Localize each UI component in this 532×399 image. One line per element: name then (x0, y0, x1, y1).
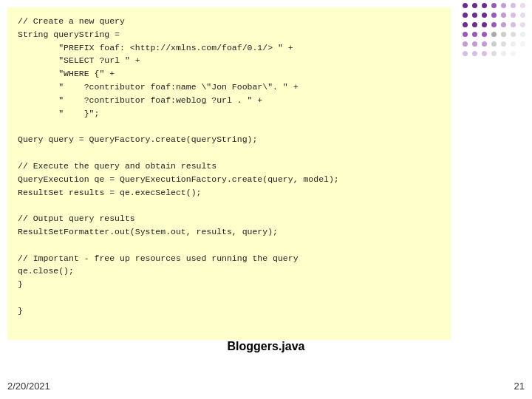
dot (511, 13, 516, 18)
footer-page-number: 21 (514, 381, 525, 392)
dot (482, 32, 487, 37)
dot (482, 3, 487, 8)
dot (501, 51, 506, 56)
dot (491, 22, 497, 27)
page: // Create a new query String queryString… (0, 0, 532, 399)
dot (491, 32, 497, 37)
dot (520, 13, 525, 18)
dot (501, 32, 506, 37)
dot (472, 22, 477, 27)
dot (482, 22, 487, 27)
dot (520, 32, 525, 37)
dot (520, 51, 525, 56)
dot (472, 32, 477, 37)
dot (472, 3, 477, 8)
dot (520, 41, 525, 47)
code-block: // Create a new query String queryString… (7, 7, 451, 340)
footer-date: 2/20/2021 (7, 381, 50, 392)
dot (511, 41, 516, 47)
dot (472, 41, 477, 47)
dot (511, 51, 516, 56)
dot (463, 32, 468, 37)
dot (472, 13, 477, 18)
dot (482, 13, 487, 18)
dot (463, 51, 468, 56)
dot (520, 3, 525, 8)
dot (463, 22, 468, 27)
file-label: Bloggers.java (228, 340, 305, 353)
dot (520, 22, 525, 27)
dot (463, 41, 468, 47)
dot (501, 22, 506, 27)
dot (472, 51, 477, 56)
dot (501, 3, 506, 8)
dot (463, 13, 468, 18)
dot (482, 51, 487, 56)
code-text: // Create a new query String queryString… (18, 15, 440, 318)
dot (482, 41, 487, 47)
dot (491, 13, 497, 18)
dot (491, 41, 497, 47)
dot (511, 22, 516, 27)
dot (511, 32, 516, 37)
dot (501, 13, 506, 18)
dot (501, 41, 506, 47)
dot (491, 3, 497, 8)
dot (463, 3, 468, 8)
dot (511, 3, 516, 8)
dot (491, 51, 497, 56)
footer: 2/20/2021 21 (7, 381, 525, 392)
dot-grid-decoration (463, 3, 529, 62)
